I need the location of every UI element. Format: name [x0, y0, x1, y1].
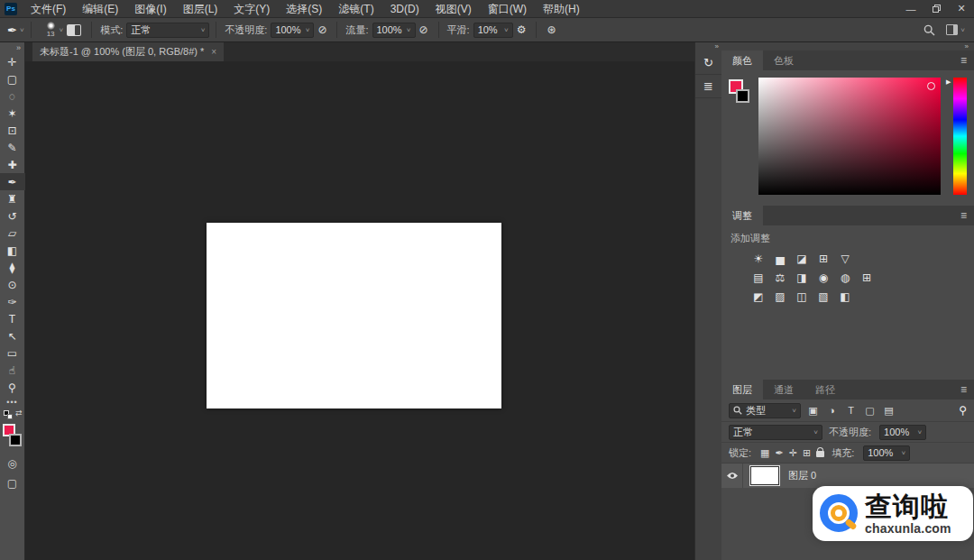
color-picker-cursor[interactable] — [927, 82, 935, 90]
invert-icon[interactable]: ◩ — [752, 290, 765, 303]
layer-thumbnail[interactable] — [750, 466, 779, 485]
curves-icon[interactable]: ◪ — [795, 252, 808, 265]
move-tool[interactable]: ✛ — [0, 53, 25, 70]
rectangle-tool[interactable]: ▭ — [0, 344, 25, 362]
smart-object-filter-icon[interactable]: ▤ — [882, 405, 896, 417]
opacity-select[interactable]: 100% ˅ — [271, 23, 314, 38]
toolbar-collapse-chevron[interactable]: » — [16, 42, 21, 53]
menu-layer[interactable]: 图层(L) — [175, 0, 226, 18]
filter-toggle-pin-icon[interactable]: ⚲ — [959, 404, 967, 417]
tab-paths[interactable]: 路径 — [804, 380, 846, 399]
restore-button[interactable] — [923, 0, 949, 18]
tab-layers[interactable]: 图层 — [721, 380, 763, 399]
hand-tool[interactable]: ☝ — [0, 362, 25, 379]
menu-select[interactable]: 选择(S) — [278, 0, 330, 18]
tab-adjustments[interactable]: 调整 — [721, 206, 763, 225]
menu-type[interactable]: 文字(Y) — [225, 0, 278, 18]
menu-image[interactable]: 图像(I) — [126, 0, 174, 18]
posterize-icon[interactable]: ▨ — [774, 290, 786, 303]
panel-menu-icon[interactable]: ≡ — [960, 380, 974, 399]
menu-window[interactable]: 窗口(W) — [480, 0, 535, 18]
canvas-document[interactable] — [207, 223, 501, 409]
smoothing-gear-icon[interactable]: ⚙ — [517, 23, 527, 36]
pressure-opacity-icon[interactable]: ⊘ — [317, 23, 326, 36]
current-tool-preset[interactable]: ✒ ˅ — [7, 23, 24, 37]
smoothing-select[interactable]: 10% ˅ — [473, 23, 513, 38]
layer-row-selected[interactable]: 图层 0 — [721, 464, 974, 488]
dock-expand-chevron[interactable]: » — [715, 42, 719, 51]
background-color-swatch[interactable] — [9, 434, 22, 446]
canvas-pasteboard[interactable] — [25, 61, 694, 560]
color-balance-icon[interactable]: ⚖ — [774, 271, 786, 284]
spot-healing-brush-tool[interactable]: ✚ — [0, 156, 25, 173]
lock-position-icon[interactable]: ✛ — [789, 447, 797, 459]
quick-mask-button[interactable]: ◎ — [0, 454, 25, 473]
lock-all-icon[interactable] — [816, 451, 824, 458]
pixel-layer-filter-icon[interactable]: ▣ — [806, 405, 820, 417]
tab-close-icon[interactable]: × — [211, 47, 216, 57]
lasso-tool[interactable]: ◌ — [0, 87, 25, 105]
close-button[interactable]: ✕ — [949, 0, 974, 18]
edit-toolbar-button[interactable]: ••• — [0, 396, 25, 409]
path-selection-tool[interactable]: ↖ — [0, 327, 25, 344]
menu-3d[interactable]: 3D(D) — [382, 0, 427, 18]
history-panel-icon[interactable]: ↻ — [695, 51, 722, 75]
menu-file[interactable]: 文件(F) — [23, 0, 74, 18]
dock-collapse-chevron[interactable]: » — [965, 43, 969, 50]
vibrance-icon[interactable]: ▽ — [839, 252, 851, 265]
panel-menu-icon[interactable]: ≡ — [960, 206, 974, 225]
type-tool[interactable]: T — [0, 310, 25, 327]
layer-opacity-select[interactable]: 100% ˅ — [879, 425, 926, 440]
black-white-icon[interactable]: ◨ — [795, 271, 808, 284]
dodge-tool[interactable]: ⊙ — [0, 276, 25, 293]
hue-slider[interactable] — [953, 78, 967, 195]
lock-transparent-pixels-icon[interactable]: ▦ — [760, 447, 769, 459]
shape-layer-filter-icon[interactable]: ▢ — [863, 405, 877, 417]
rectangular-marquee-tool[interactable]: ▢ — [0, 70, 25, 87]
menu-help[interactable]: 帮助(H) — [535, 0, 588, 18]
properties-panel-icon[interactable]: ≣ — [695, 75, 722, 98]
tab-color[interactable]: 颜色 — [721, 50, 763, 70]
search-icon[interactable] — [923, 24, 935, 36]
zoom-tool[interactable]: ⚲ — [0, 379, 25, 396]
minimize-button[interactable]: — — [898, 0, 923, 18]
eraser-tool[interactable]: ▱ — [0, 225, 25, 242]
airbrush-icon[interactable]: ⊘ — [419, 23, 428, 36]
panel-menu-icon[interactable]: ≡ — [960, 50, 974, 70]
selective-color-icon[interactable]: ◧ — [839, 290, 851, 303]
layer-blend-mode-select[interactable]: 正常 ˅ — [729, 425, 822, 440]
toggle-brush-panel-button[interactable] — [67, 24, 81, 36]
flow-select[interactable]: 100% ˅ — [372, 23, 416, 38]
crop-tool[interactable]: ⊡ — [0, 122, 25, 139]
saturation-brightness-field[interactable] — [758, 78, 941, 195]
tab-swatches[interactable]: 色板 — [763, 50, 804, 70]
menu-edit[interactable]: 编辑(E) — [74, 0, 126, 18]
tab-channels[interactable]: 通道 — [763, 380, 804, 399]
lock-artboard-icon[interactable]: ⊞ — [803, 447, 811, 459]
eyedropper-tool[interactable]: ✎ — [0, 139, 25, 156]
adjustment-layer-filter-icon[interactable]: ◑ — [825, 405, 839, 416]
background-color-well[interactable] — [736, 89, 749, 103]
layer-name[interactable]: 图层 0 — [788, 469, 816, 482]
pen-tool[interactable]: ✑ — [0, 293, 25, 310]
photo-filter-icon[interactable]: ◉ — [817, 271, 830, 284]
brush-tool[interactable]: ✒ — [0, 173, 25, 190]
filter-kind-select[interactable]: 类型 ˅ — [729, 403, 801, 418]
type-layer-filter-icon[interactable]: T — [844, 405, 858, 416]
screen-mode-button[interactable]: ▢ — [0, 473, 25, 493]
lock-image-pixels-icon[interactable]: ✒ — [775, 447, 783, 459]
clone-stamp-tool[interactable]: ♜ — [0, 190, 25, 207]
document-tab[interactable]: 未标题-1 @ 100% (图层 0, RGB/8#) * × — [32, 42, 224, 61]
blur-tool[interactable]: ⧫ — [0, 259, 25, 276]
paint-symmetry-icon[interactable]: ⊛ — [547, 23, 556, 36]
color-lookup-icon[interactable]: ⊞ — [860, 271, 873, 284]
brightness-contrast-icon[interactable]: ☀ — [752, 252, 765, 265]
history-brush-tool[interactable]: ↺ — [0, 207, 25, 225]
swap-colors-icon[interactable]: ⇄ — [15, 409, 23, 418]
workspace-switcher[interactable]: ˅ — [946, 24, 965, 35]
threshold-icon[interactable]: ◫ — [795, 290, 808, 303]
levels-icon[interactable]: ▅ — [774, 252, 786, 265]
hue-saturation-icon[interactable]: ▤ — [752, 271, 765, 284]
layer-visibility-cell[interactable] — [721, 464, 743, 488]
channel-mixer-icon[interactable]: ◍ — [839, 271, 851, 284]
